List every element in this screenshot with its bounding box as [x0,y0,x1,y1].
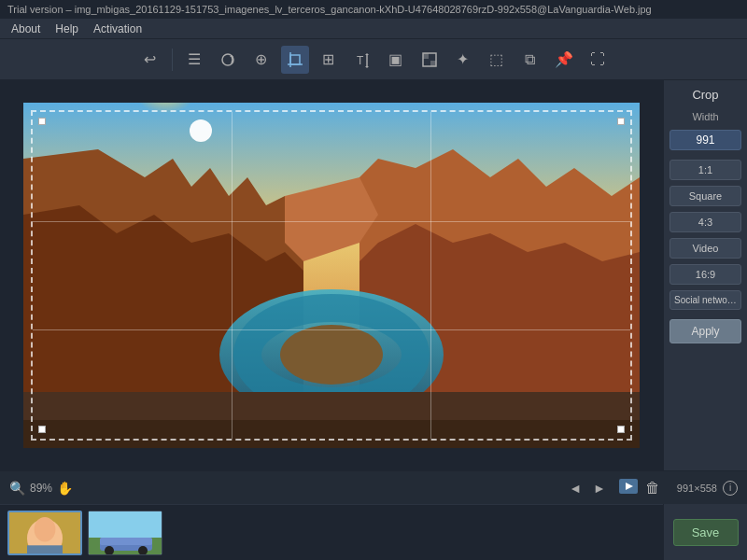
rule-thirds-v2 [430,112,431,439]
svg-point-24 [35,516,56,541]
svg-marker-7 [365,53,369,55]
svg-rect-25 [27,545,63,554]
delete-button[interactable]: 🗑 [645,480,660,497]
zoom-out-icon[interactable]: 🔍 [9,481,25,496]
transform-button[interactable]: ⊕ [247,46,275,74]
rule-thirds-v1 [232,112,233,439]
image-dimensions: 991×558 i [677,481,738,496]
crop-handle-br[interactable] [617,426,625,433]
info-button[interactable]: i [723,481,738,496]
panel-title: Crop [669,88,741,102]
zoom-control: 🔍 89% ✋ [9,481,73,496]
menu-help[interactable]: Help [48,21,86,37]
ratio-video-button[interactable]: Video [669,238,741,259]
ratio-16-9-button[interactable]: 16:9 [669,264,741,285]
crop-handle-tl[interactable] [38,118,46,125]
svg-point-31 [138,546,148,555]
canvas-area[interactable] [0,80,663,470]
title-text: Trial version – img_mbigas_20161129-1517… [7,4,652,15]
main-area: Crop Width 991 1:1 Square 4:3 Video 16:9… [0,80,747,470]
social-networks-button[interactable]: Social networks [669,290,741,310]
svg-rect-11 [430,61,436,66]
toolbar-separator-1 [172,49,173,71]
svg-rect-29 [100,538,152,545]
crop-border [31,110,632,441]
retouch-button[interactable]: ✦ [449,46,477,74]
crop-overlay[interactable] [23,103,640,448]
photo-container [23,103,640,448]
save-button[interactable]: Save [673,519,739,546]
ratio-1-1-button[interactable]: 1:1 [669,160,741,180]
toolbar: ↩ ☰ ⊕ ⊞ T ▣ ✦ ⬚ ⧉ 📌 ⛶ [0,39,747,80]
texture-button[interactable] [416,46,444,74]
rule-thirds-h2 [33,329,630,330]
enhance-button[interactable]: ☰ [180,46,208,74]
slideshow-icon-button[interactable] [619,479,638,497]
save-bar: Save [663,504,747,560]
menu-about[interactable]: About [4,21,48,37]
zoom-level: 89% [30,482,52,495]
svg-text:T: T [357,54,364,67]
photo-background [23,103,640,448]
status-icons: 🗑 991×558 i [619,479,738,497]
next-button[interactable]: ► [589,481,610,496]
crop-handle-tr[interactable] [617,118,625,125]
crop-handle-bl[interactable] [38,426,46,433]
svg-marker-8 [365,66,369,68]
thumb-image-2 [89,511,162,554]
filmstrip: ❯ [0,504,747,560]
frame-button[interactable]: ▣ [382,46,410,74]
ratio-4-3-button[interactable]: 4:3 [669,212,741,232]
rule-thirds-h1 [33,221,630,222]
title-bar: Trial version – img_mbigas_20161129-1517… [0,0,747,19]
svg-rect-2 [290,55,300,64]
menu-activation[interactable]: Activation [86,21,149,37]
menu-bar: About Help Activation [0,19,747,39]
thumb-image-1 [9,512,80,553]
ratio-square-button[interactable]: Square [669,186,741,206]
prev-button[interactable]: ◄ [565,481,585,496]
selection-button[interactable]: ⬚ [483,46,511,74]
svg-rect-10 [423,53,429,59]
filmstrip-thumb-1[interactable] [7,511,82,555]
resize-button[interactable]: ⊞ [315,46,343,74]
text-button[interactable]: T [348,46,376,74]
status-bar: 🔍 89% ✋ ◄ ► 🗑 991×558 i [0,470,747,504]
thumb-svg-1 [9,511,80,555]
nav-controls: ◄ ► [565,481,610,496]
crop-button[interactable] [281,46,309,74]
hand-tool-icon[interactable]: ✋ [57,481,73,496]
dimensions-text: 991×558 [677,483,717,494]
right-panel: Crop Width 991 1:1 Square 4:3 Video 16:9… [663,80,747,470]
width-value[interactable]: 991 [669,130,741,150]
filmstrip-thumb-2[interactable] [88,511,162,555]
undo-button[interactable]: ↩ [136,46,164,74]
rotate-button[interactable] [214,46,242,74]
width-label: Width [669,111,741,122]
fullscreen-button[interactable]: ⛶ [584,46,612,74]
copy-button[interactable]: ⧉ [516,46,544,74]
thumb-svg-2 [89,511,162,555]
pin-button[interactable]: 📌 [550,46,578,74]
apply-button[interactable]: Apply [669,319,741,343]
svg-point-30 [105,546,114,555]
